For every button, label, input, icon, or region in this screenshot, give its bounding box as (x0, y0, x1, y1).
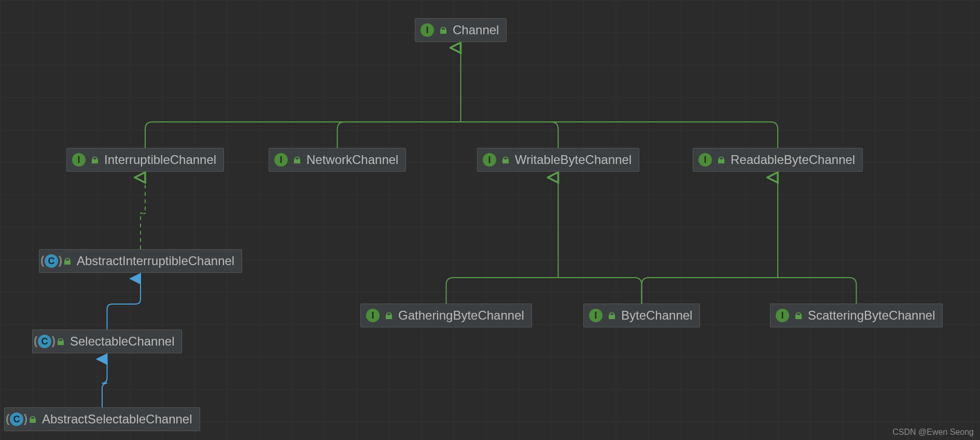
node-label: ScatteringByteChannel (808, 308, 935, 323)
node-label: ByteChannel (621, 308, 692, 323)
node-label: AbstractInterruptibleChannel (77, 254, 234, 268)
package-lock-icon (608, 311, 615, 319)
class-icon: C (45, 254, 58, 268)
uml-node-gatheringByteChannel[interactable]: IGatheringByteChannel (360, 304, 532, 327)
node-label: SelectableChannel (70, 334, 174, 349)
uml-node-readableByteChannel[interactable]: IReadableByteChannel (693, 148, 863, 172)
uml-node-abstractInterruptibleChannel[interactable]: CAbstractInterruptibleChannel (39, 249, 242, 273)
edge (558, 278, 642, 304)
edge (107, 279, 141, 329)
edge (140, 177, 146, 249)
edges-layer (0, 0, 980, 440)
package-lock-icon (293, 156, 300, 163)
edge (778, 278, 857, 304)
node-label: Channel (453, 23, 499, 37)
node-label: WritableByteChannel (515, 153, 632, 167)
class-icon: C (10, 412, 23, 426)
edge (461, 122, 558, 148)
uml-node-writableByteChannel[interactable]: IWritableByteChannel (477, 148, 639, 172)
interface-icon: I (776, 309, 789, 322)
node-label: InterruptibleChannel (104, 153, 216, 167)
uml-node-selectableChannel[interactable]: CSelectableChannel (32, 329, 182, 353)
edge (102, 359, 108, 407)
interface-icon: I (274, 153, 288, 167)
edge (145, 122, 461, 148)
uml-node-abstractSelectableChannel[interactable]: CAbstractSelectableChannel (4, 407, 200, 431)
node-label: AbstractSelectableChannel (42, 412, 192, 427)
uml-node-interruptibleChannel[interactable]: IInterruptibleChannel (66, 148, 224, 172)
edge (446, 278, 558, 304)
uml-node-scatteringByteChannel[interactable]: IScatteringByteChannel (770, 304, 943, 327)
edge (338, 122, 461, 148)
watermark: CSDN @Ewen Seong (892, 428, 974, 437)
interface-icon: I (421, 23, 434, 37)
package-lock-icon (385, 311, 392, 319)
node-label: NetworkChannel (306, 153, 398, 167)
interface-icon: I (589, 309, 603, 322)
node-label: GatheringByteChannel (398, 308, 524, 323)
package-lock-icon (57, 337, 64, 345)
package-lock-icon (439, 26, 446, 33)
interface-icon: I (72, 153, 86, 167)
class-icon: C (38, 335, 51, 348)
node-label: ReadableByteChannel (731, 153, 855, 167)
interface-icon: I (483, 153, 496, 167)
uml-node-byteChannel[interactable]: IByteChannel (583, 304, 700, 327)
package-lock-icon (29, 415, 36, 422)
package-lock-icon (717, 156, 724, 163)
package-lock-icon (63, 257, 71, 264)
interface-icon: I (366, 309, 380, 322)
interface-icon: I (698, 153, 712, 167)
edge (642, 278, 778, 304)
package-lock-icon (91, 156, 98, 163)
uml-node-channel[interactable]: IChannel (415, 18, 507, 42)
package-lock-icon (501, 156, 509, 163)
uml-node-networkChannel[interactable]: INetworkChannel (269, 148, 406, 172)
edge (461, 122, 778, 148)
package-lock-icon (794, 311, 802, 319)
